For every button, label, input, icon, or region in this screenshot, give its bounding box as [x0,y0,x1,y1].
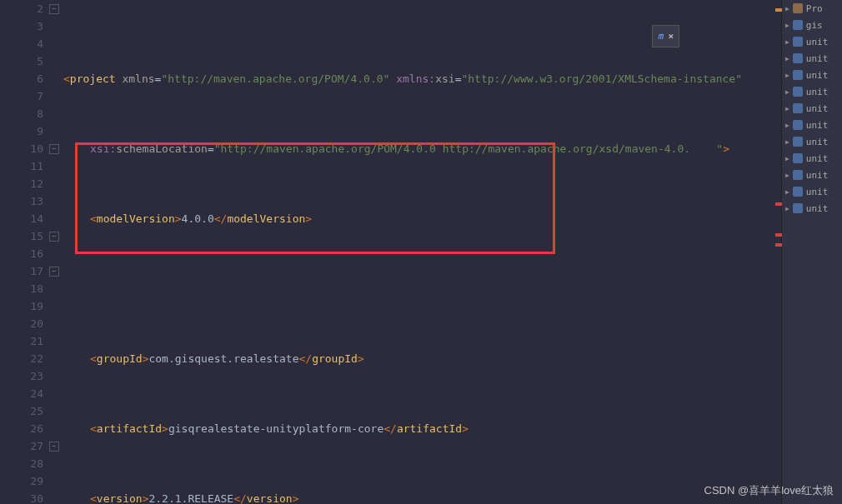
line-number: 4 [0,35,43,52]
line-number: 8 [0,105,43,122]
project-tree-label: unit [806,133,829,151]
module-icon [793,20,803,30]
project-tree-item[interactable]: ▶Pro [782,0,842,17]
error-stripe[interactable] [774,0,782,504]
module-icon [793,53,803,63]
chevron-right-icon: ▶ [785,100,789,117]
module-icon [793,70,803,80]
project-tree-item[interactable]: ▶unit [782,133,842,150]
project-tree-label: unit [806,50,829,67]
line-number: 21 [0,332,43,350]
line-number: 15 [0,227,43,245]
chevron-right-icon: ▶ [785,200,789,217]
project-tree-item[interactable]: ▶unit [782,167,842,183]
project-tree-label: unit [806,200,829,217]
project-tree-label: unit [806,117,829,134]
project-tree-item[interactable]: ▶unit [782,67,842,83]
project-tree-item[interactable]: ▶unit [782,50,842,67]
project-tree-label: unit [806,183,829,201]
project-tree-label: gis [806,17,823,34]
project-tree-item[interactable]: ▶gis [782,17,842,33]
line-number: 9 [0,122,43,140]
module-icon [793,203,803,213]
code-line: <version>2.2.1.RELEASE</version> [63,490,781,504]
line-number: 20 [0,315,43,332]
chevron-right-icon: ▶ [785,167,789,184]
project-tree-item[interactable]: ▶unit [782,150,842,167]
code-line: <groupId>com.gisquest.realestate</groupI… [63,350,781,367]
module-icon [793,187,803,197]
line-number: 22 [0,350,43,367]
line-number: 5 [0,52,43,70]
code-line: <artifactId>gisqrealestate-unityplatform… [63,420,781,437]
line-number: 18 [0,280,43,297]
code-editor: 2345678910111213141516171819202122232425… [0,0,842,504]
project-tree-label: unit [806,150,829,167]
project-tree-item[interactable]: ▶unit [782,100,842,117]
project-tree-item[interactable]: ▶unit [782,183,842,200]
chevron-right-icon: ▶ [785,0,789,17]
chevron-right-icon: ▶ [785,33,789,51]
fold-toggle[interactable]: − [49,144,59,154]
error-stripe-mark[interactable] [775,243,782,247]
line-number: 26 [0,420,43,437]
chevron-right-icon: ▶ [785,183,789,201]
error-stripe-mark[interactable] [775,202,782,206]
chevron-right-icon: ▶ [785,150,789,167]
line-number: 2 [0,0,43,17]
line-number: 13 [0,192,43,210]
project-tree-item[interactable]: ▶unit [782,33,842,50]
line-number: 12 [0,175,43,192]
maven-hint-popup[interactable]: m × [652,25,679,47]
module-icon [793,103,803,113]
line-number: 19 [0,297,43,315]
line-number: 29 [0,472,43,490]
line-number: 7 [0,87,43,105]
project-tree-item[interactable]: ▶unit [782,117,842,133]
line-number: 23 [0,367,43,385]
project-tool-window[interactable]: ▶Pro▶gis▶unit▶unit▶unit▶unit▶unit▶unit▶u… [781,0,842,504]
highlight-box [75,142,555,254]
fold-toggle[interactable]: − [49,232,59,242]
line-number: 3 [0,17,43,35]
line-number: 16 [0,245,43,262]
fold-toggle[interactable]: − [49,442,59,452]
chevron-right-icon: ▶ [785,117,789,134]
project-tree-label: unit [806,67,829,84]
error-stripe-mark[interactable] [775,8,782,12]
module-icon [793,37,803,47]
fold-toggle[interactable]: − [49,267,59,277]
module-icon [793,137,803,147]
line-number: 14 [0,210,43,227]
project-tree-label: unit [806,33,829,51]
error-stripe-mark[interactable] [775,233,782,237]
project-tree-label: Pro [806,0,823,17]
fold-toggle[interactable]: − [49,4,59,14]
code-line: <project xmlns="http://maven.apache.org/… [63,70,781,87]
maven-icon: m [658,27,664,45]
module-icon [793,153,803,163]
code-line [63,280,781,297]
chevron-right-icon: ▶ [785,67,789,84]
code-area[interactable]: <project xmlns="http://maven.apache.org/… [60,0,781,504]
code-line: xsi:schemaLocation="http://maven.apache.… [63,140,781,157]
module-icon [793,87,803,97]
project-tree-item[interactable]: ▶unit [782,83,842,100]
line-number: 28 [0,455,43,472]
chevron-right-icon: ▶ [785,83,789,101]
chevron-right-icon: ▶ [785,17,789,34]
project-tree-label: unit [806,167,829,184]
line-number-gutter: 2345678910111213141516171819202122232425… [0,0,48,504]
line-number: 30 [0,490,43,504]
line-number: 10 [0,140,43,157]
close-icon[interactable]: × [668,27,674,45]
module-icon [793,3,803,13]
module-icon [793,120,803,130]
code-line: <modelVersion>4.0.0</modelVersion> [63,210,781,227]
chevron-right-icon: ▶ [785,133,789,151]
project-tree-label: unit [806,83,829,101]
line-number: 27 [0,437,43,455]
project-tree-item[interactable]: ▶unit [782,200,842,217]
line-number: 24 [0,385,43,402]
chevron-right-icon: ▶ [785,50,789,67]
